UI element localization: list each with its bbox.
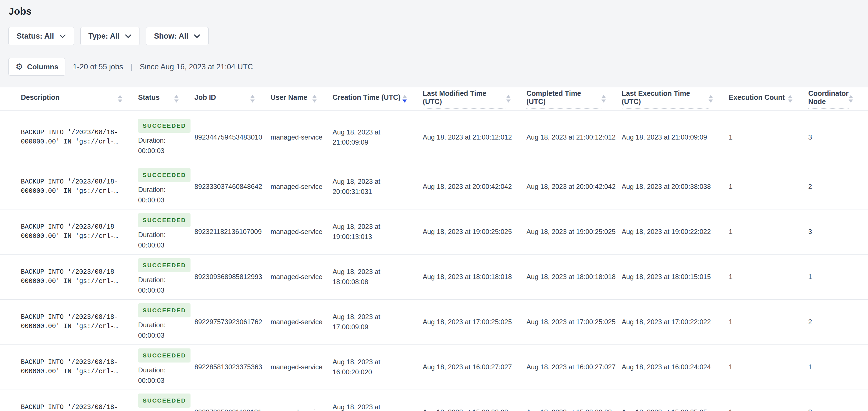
job-description-link[interactable]: BACKUP INTO '/2023/08/18- 000000.00' IN … (21, 358, 130, 376)
column-header-status[interactable]: Status (138, 87, 194, 111)
sort-icons[interactable] (601, 95, 606, 102)
sort-icons[interactable] (848, 95, 853, 102)
job-id: 892273953631109121 (194, 389, 271, 411)
filter-label: Show: All (154, 32, 189, 40)
last-execution-time: Aug 18, 2023 at 17:00:22:022 (622, 299, 729, 345)
status-badge: SUCCEEDED (138, 258, 190, 272)
sort-descending-icon (250, 99, 255, 102)
sort-ascending-icon (788, 95, 793, 98)
since-timestamp: Since Aug 16, 2023 at 21:04 UTC (140, 63, 253, 71)
table-row: BACKUP INTO '/2023/08/18- 000000.00' IN … (0, 111, 868, 164)
last-modified-time: Aug 18, 2023 at 19:00:25:025 (423, 209, 526, 254)
sort-icons[interactable] (118, 95, 122, 102)
coordinator-node: 3 (808, 389, 868, 411)
job-id: 892309368985812993 (194, 254, 271, 299)
job-description-link[interactable]: BACKUP INTO '/2023/08/18- 000000.00' IN … (21, 313, 130, 331)
description-line2: 000000.00' IN 'gs://crl-… (21, 277, 130, 286)
job-description-link[interactable]: BACKUP INTO '/2023/08/18- 000000.00' IN … (21, 128, 130, 147)
job-id: 892285813023375363 (194, 345, 271, 389)
table-row: BACKUP INTO '/2023/08/18- 000000.00' IN … (0, 254, 868, 299)
coordinator-node: 3 (808, 209, 868, 254)
column-header-label: Status (138, 93, 159, 104)
toolbar-divider: | (130, 63, 132, 71)
creation-time: Aug 18, 2023 at 15:00:00:00 (333, 389, 423, 411)
job-description-link[interactable]: BACKUP INTO '/2023/08/18- 000000.00' IN … (21, 267, 130, 286)
status-badge: SUCCEEDED (138, 213, 190, 227)
sort-descending-icon (506, 99, 510, 102)
sort-descending-icon (601, 99, 606, 102)
table-row: BACKUP INTO '/2023/08/18- 000000.00' IN … (0, 345, 868, 389)
sort-icons[interactable] (788, 95, 793, 102)
user-name: managed-service (271, 164, 333, 209)
duration-label: Duration: (138, 184, 186, 195)
last-modified-time: Aug 18, 2023 at 20:00:42:042 (423, 164, 526, 209)
column-header-coordinator-node[interactable]: Coordinator Node (808, 87, 868, 111)
execution-count: 1 (729, 254, 808, 299)
job-id: 892321182136107009 (194, 209, 271, 254)
filter-bar: Status: All Type: All Show: All (0, 17, 868, 45)
column-header-last-execution-time[interactable]: Last Execution Time (UTC) (622, 87, 729, 111)
chevron-down-icon (194, 34, 200, 38)
sort-ascending-icon (506, 95, 510, 98)
last-modified-time: Aug 18, 2023 at 17:00:25:025 (423, 299, 526, 345)
columns-button[interactable]: ⚙ Columns (8, 58, 65, 76)
column-header-user-name[interactable]: User Name (271, 87, 333, 111)
last-execution-time: Aug 18, 2023 at 21:00:09:09 (622, 111, 729, 164)
creation-time: Aug 18, 2023 at 20:00:31:031 (333, 164, 423, 209)
creation-time: Aug 18, 2023 at 16:00:20:020 (333, 345, 423, 389)
job-description-link[interactable]: BACKUP INTO '/2023/08/18- 000000.00' IN … (21, 223, 130, 241)
sort-ascending-icon (709, 95, 713, 98)
completed-time: Aug 18, 2023 at 20:00:42:042 (526, 164, 622, 209)
jobs-table: Description Status Job ID User Name (0, 87, 868, 411)
description-line2: 000000.00' IN 'gs://crl-… (21, 232, 130, 241)
last-execution-time: Aug 18, 2023 at 19:00:22:022 (622, 209, 729, 254)
column-header-job-id[interactable]: Job ID (194, 87, 271, 111)
execution-count: 1 (729, 111, 808, 164)
duration-value: 00:00:03 (138, 285, 186, 295)
creation-time: Aug 18, 2023 at 21:00:09:09 (333, 111, 423, 164)
last-execution-time: Aug 18, 2023 at 18:00:15:015 (622, 254, 729, 299)
duration-label: Duration: (138, 365, 186, 375)
sort-descending-icon (118, 99, 122, 102)
coordinator-node: 1 (808, 345, 868, 389)
completed-time: Aug 18, 2023 at 15:00:08:08 (526, 389, 622, 411)
description-line2: 000000.00' IN 'gs://crl-… (21, 367, 130, 376)
creation-time: Aug 18, 2023 at 18:00:08:08 (333, 254, 423, 299)
filter-show-dropdown[interactable]: Show: All (146, 27, 209, 45)
user-name: managed-service (271, 209, 333, 254)
sort-ascending-icon (174, 95, 179, 98)
job-description-link[interactable]: BACKUP INTO '/2023/08/18- 000000.00' IN … (21, 177, 130, 196)
last-execution-time: Aug 18, 2023 at 16:00:24:024 (622, 345, 729, 389)
sort-ascending-icon (312, 95, 317, 98)
sort-icons[interactable] (250, 95, 255, 102)
sort-icons[interactable] (709, 95, 713, 102)
sort-icons[interactable] (174, 95, 179, 102)
column-header-label: Last Execution Time (UTC) (622, 89, 709, 109)
column-header-label: User Name (271, 93, 307, 104)
status-badge: SUCCEEDED (138, 119, 190, 133)
filter-type-dropdown[interactable]: Type: All (80, 27, 140, 45)
status-badge: SUCCEEDED (138, 348, 190, 362)
sort-icons[interactable] (312, 95, 317, 102)
user-name: managed-service (271, 389, 333, 411)
filter-status-dropdown[interactable]: Status: All (8, 27, 74, 45)
duration-value: 00:00:03 (138, 330, 186, 341)
sort-icons[interactable] (506, 95, 510, 102)
duration-value: 00:00:03 (138, 240, 186, 250)
job-id: 892297573923061762 (194, 299, 271, 345)
last-execution-time: Aug 18, 2023 at 20:00:38:038 (622, 164, 729, 209)
job-description-link[interactable]: BACKUP INTO '/2023/08/18- 000000.00' IN … (21, 403, 130, 411)
table-row: BACKUP INTO '/2023/08/18- 000000.00' IN … (0, 209, 868, 254)
description-line2: 000000.00' IN 'gs://crl-… (21, 186, 130, 196)
table-row: BACKUP INTO '/2023/08/18- 000000.00' IN … (0, 389, 868, 411)
column-header-label: Job ID (194, 93, 216, 104)
column-header-last-modified-time[interactable]: Last Modified Time (UTC) (423, 87, 526, 111)
description-line2: 000000.00' IN 'gs://crl-… (21, 137, 130, 147)
column-header-description[interactable]: Description (0, 87, 138, 111)
column-header-execution-count[interactable]: Execution Count (729, 87, 808, 111)
description-line1: BACKUP INTO '/2023/08/18- (21, 128, 130, 137)
sort-icons[interactable] (402, 95, 407, 102)
description-line1: BACKUP INTO '/2023/08/18- (21, 403, 130, 411)
column-header-creation-time[interactable]: Creation Time (UTC) (333, 87, 423, 111)
column-header-completed-time[interactable]: Completed Time (UTC) (526, 87, 622, 111)
